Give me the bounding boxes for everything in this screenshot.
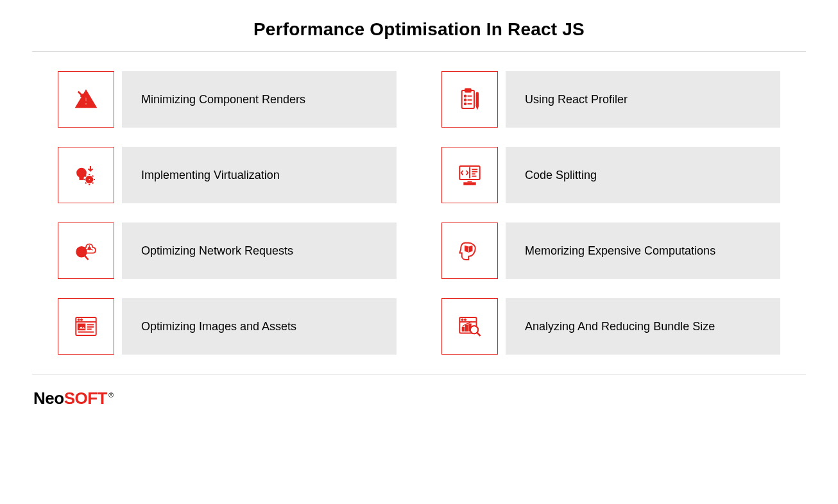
code-monitor-icon bbox=[441, 147, 498, 203]
head-book-icon bbox=[441, 223, 498, 279]
svg-rect-50 bbox=[463, 328, 465, 331]
svg-point-6 bbox=[465, 99, 466, 101]
card-label: Using React Profiler bbox=[506, 71, 780, 128]
svg-point-49 bbox=[465, 319, 466, 320]
card-network-requests: SEO Optimizing Network Requests bbox=[58, 223, 397, 279]
warning-triangle-icon bbox=[58, 71, 114, 128]
bulb-gear-icon bbox=[58, 147, 114, 203]
card-label: Code Splitting bbox=[506, 147, 780, 203]
svg-text:SEO: SEO bbox=[78, 250, 85, 254]
card-memorizing-computations: Memorizing Expensive Computations bbox=[441, 223, 780, 279]
cards-grid: Minimizing Component Renders Using React… bbox=[32, 71, 806, 355]
clipboard-icon bbox=[441, 71, 498, 128]
svg-rect-30 bbox=[464, 183, 475, 185]
bottom-divider bbox=[32, 374, 806, 374]
svg-line-33 bbox=[85, 256, 88, 260]
card-bundle-size: Analyzing And Reducing Bundle Size bbox=[441, 298, 780, 355]
svg-point-41 bbox=[80, 325, 81, 326]
svg-line-20 bbox=[85, 183, 86, 183]
svg-rect-12 bbox=[80, 178, 83, 180]
card-label: Minimizing Component Renders bbox=[122, 71, 397, 128]
card-label: Implementing Virtualization bbox=[122, 147, 397, 203]
logo-registered: ® bbox=[108, 391, 114, 399]
svg-point-48 bbox=[462, 319, 463, 320]
svg-point-22 bbox=[89, 178, 91, 181]
page-title: Performance Optimisation In React JS bbox=[32, 19, 806, 40]
svg-rect-3 bbox=[465, 88, 471, 92]
svg-point-39 bbox=[81, 319, 82, 320]
svg-line-55 bbox=[477, 333, 480, 336]
svg-line-19 bbox=[92, 183, 93, 183]
card-label: Optimizing Images and Assets bbox=[122, 298, 397, 355]
svg-point-0 bbox=[85, 103, 87, 105]
neosoft-logo: NeoSOFT® bbox=[32, 389, 806, 408]
logo-part2: SOFT bbox=[64, 389, 107, 408]
card-minimizing-renders: Minimizing Component Renders bbox=[58, 71, 397, 128]
card-virtualization: Implementing Virtualization bbox=[58, 147, 397, 203]
svg-line-18 bbox=[85, 176, 86, 176]
svg-rect-51 bbox=[466, 325, 468, 331]
analytics-search-icon bbox=[441, 298, 498, 355]
image-page-icon bbox=[58, 298, 114, 355]
card-react-profiler: Using React Profiler bbox=[441, 71, 780, 128]
svg-point-4 bbox=[465, 95, 466, 97]
svg-line-21 bbox=[92, 176, 93, 176]
svg-rect-10 bbox=[477, 93, 479, 106]
card-label: Memorizing Expensive Computations bbox=[506, 223, 780, 279]
svg-rect-1 bbox=[85, 97, 87, 102]
svg-point-8 bbox=[465, 103, 466, 105]
top-divider bbox=[32, 51, 806, 52]
seo-cloud-icon: SEO bbox=[58, 223, 114, 279]
svg-point-38 bbox=[78, 319, 80, 320]
card-label: Optimizing Network Requests bbox=[122, 223, 397, 279]
card-label: Analyzing And Reducing Bundle Size bbox=[506, 298, 780, 355]
svg-point-11 bbox=[77, 169, 86, 178]
logo-part1: Neo bbox=[33, 389, 64, 408]
card-code-splitting: Code Splitting bbox=[441, 147, 780, 203]
card-images-assets: Optimizing Images and Assets bbox=[58, 298, 397, 355]
